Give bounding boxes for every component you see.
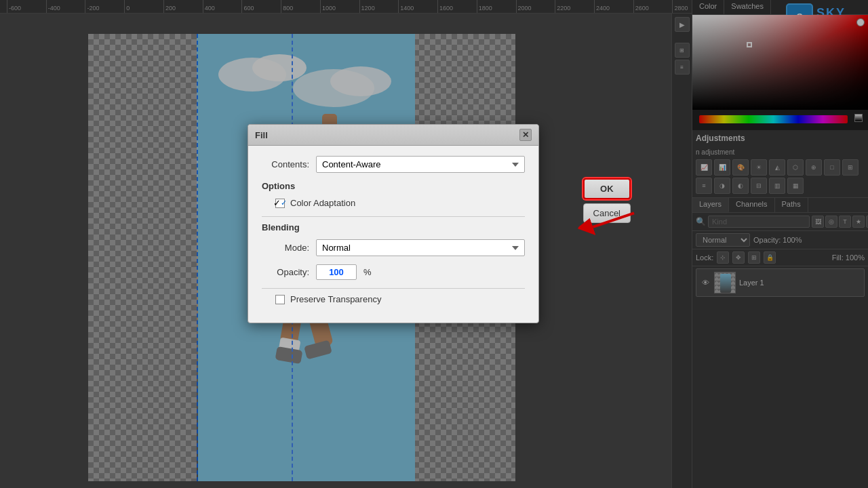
preserve-transparency-label: Preserve Transparency: [290, 294, 381, 304]
dialog-close-button[interactable]: ✕: [519, 129, 532, 141]
color-adaptation-label: Color Adaptation: [290, 198, 355, 208]
opacity-label: Opacity:: [262, 267, 309, 277]
preserve-transparency-checkbox[interactable]: [275, 295, 285, 304]
contents-label: Contents:: [262, 159, 309, 169]
mode-row: Mode: Normal Multiply Screen Overlay: [262, 239, 525, 256]
dialog-overlay: Fill ✕ Contents: Content-Aware Foregroun…: [0, 0, 868, 488]
opacity-percent: %: [363, 267, 372, 277]
mode-label: Mode:: [262, 243, 309, 253]
separator-2: [262, 288, 525, 289]
color-adaptation-checkbox[interactable]: ✓: [275, 199, 285, 208]
svg-line-28: [593, 201, 634, 239]
mode-select[interactable]: Normal Multiply Screen Overlay: [316, 239, 525, 256]
color-adaptation-row: ✓ Color Adaptation: [275, 198, 525, 208]
separator-1: [262, 216, 525, 217]
options-section-header: Options: [262, 181, 525, 191]
dialog-container: Fill ✕ Contents: Content-Aware Foregroun…: [288, 144, 580, 344]
dialog-titlebar: Fill ✕: [248, 125, 538, 146]
dialog-body: Contents: Content-Aware Foreground Color…: [248, 146, 538, 323]
blending-section-header: Blending: [262, 222, 525, 232]
contents-select[interactable]: Content-Aware Foreground Color Backgroun…: [316, 156, 525, 173]
opacity-row: Opacity: %: [262, 264, 525, 280]
contents-row: Contents: Content-Aware Foreground Color…: [262, 156, 525, 173]
preserve-transparency-row: Preserve Transparency: [275, 294, 525, 304]
fill-dialog: Fill ✕ Contents: Content-Aware Foregroun…: [248, 124, 539, 323]
dialog-title: Fill: [255, 130, 268, 140]
opacity-input[interactable]: [316, 264, 357, 280]
dialog-buttons: OK Cancel: [583, 178, 631, 223]
blending-section: Blending Mode: Normal Multiply Screen Ov…: [262, 222, 525, 280]
